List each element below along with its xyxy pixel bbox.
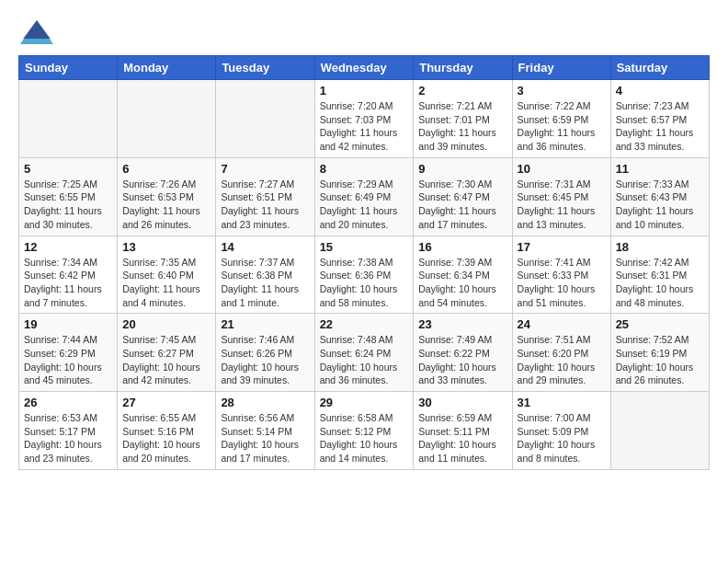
calendar-week-row: 19Sunrise: 7:44 AM Sunset: 6:29 PM Dayli… <box>19 314 710 392</box>
calendar-cell <box>610 392 709 470</box>
day-info: Sunrise: 7:42 AM Sunset: 6:31 PM Dayligh… <box>616 256 704 310</box>
calendar-cell: 22Sunrise: 7:48 AM Sunset: 6:24 PM Dayli… <box>314 314 414 392</box>
calendar-cell: 23Sunrise: 7:49 AM Sunset: 6:22 PM Dayli… <box>414 314 512 392</box>
page-header <box>18 18 710 46</box>
calendar-cell: 20Sunrise: 7:45 AM Sunset: 6:27 PM Dayli… <box>118 314 216 392</box>
day-info: Sunrise: 7:25 AM Sunset: 6:55 PM Dayligh… <box>24 178 112 232</box>
day-number: 12 <box>24 240 112 254</box>
day-number: 23 <box>418 317 506 331</box>
day-info: Sunrise: 6:59 AM Sunset: 5:11 PM Dayligh… <box>418 411 506 465</box>
calendar-cell: 7Sunrise: 7:27 AM Sunset: 6:51 PM Daylig… <box>216 157 314 236</box>
logo <box>18 18 59 46</box>
logo-icon <box>18 18 55 46</box>
day-info: Sunrise: 7:00 AM Sunset: 5:09 PM Dayligh… <box>518 411 606 465</box>
day-info: Sunrise: 7:48 AM Sunset: 6:24 PM Dayligh… <box>320 333 409 387</box>
calendar-cell: 21Sunrise: 7:46 AM Sunset: 6:26 PM Dayli… <box>216 314 314 392</box>
day-number: 13 <box>122 240 210 254</box>
calendar-cell: 9Sunrise: 7:30 AM Sunset: 6:47 PM Daylig… <box>414 157 512 236</box>
weekday-header-tuesday: Tuesday <box>216 56 314 80</box>
calendar-cell: 6Sunrise: 7:26 AM Sunset: 6:53 PM Daylig… <box>118 157 216 236</box>
calendar-cell: 26Sunrise: 6:53 AM Sunset: 5:17 PM Dayli… <box>19 392 118 470</box>
weekday-header-monday: Monday <box>118 56 216 80</box>
calendar-week-row: 12Sunrise: 7:34 AM Sunset: 6:42 PM Dayli… <box>19 236 710 314</box>
calendar-cell: 18Sunrise: 7:42 AM Sunset: 6:31 PM Dayli… <box>610 236 709 314</box>
calendar-cell: 14Sunrise: 7:37 AM Sunset: 6:38 PM Dayli… <box>216 236 314 314</box>
day-info: Sunrise: 7:52 AM Sunset: 6:19 PM Dayligh… <box>616 333 704 387</box>
day-number: 4 <box>616 84 704 98</box>
day-number: 20 <box>122 317 210 331</box>
calendar-cell: 13Sunrise: 7:35 AM Sunset: 6:40 PM Dayli… <box>118 236 216 314</box>
day-number: 5 <box>24 162 112 176</box>
day-number: 29 <box>320 396 409 409</box>
calendar-cell: 10Sunrise: 7:31 AM Sunset: 6:45 PM Dayli… <box>512 157 610 236</box>
day-info: Sunrise: 6:53 AM Sunset: 5:17 PM Dayligh… <box>24 411 112 465</box>
day-number: 16 <box>418 240 506 254</box>
calendar-cell: 12Sunrise: 7:34 AM Sunset: 6:42 PM Dayli… <box>19 236 118 314</box>
day-number: 8 <box>320 162 409 176</box>
day-number: 2 <box>418 84 506 98</box>
weekday-header-thursday: Thursday <box>414 56 512 80</box>
day-number: 18 <box>616 240 704 254</box>
calendar-cell: 5Sunrise: 7:25 AM Sunset: 6:55 PM Daylig… <box>19 157 118 236</box>
calendar-cell: 1Sunrise: 7:20 AM Sunset: 7:03 PM Daylig… <box>314 80 414 158</box>
weekday-header-saturday: Saturday <box>610 56 709 80</box>
day-info: Sunrise: 7:26 AM Sunset: 6:53 PM Dayligh… <box>122 178 210 232</box>
day-info: Sunrise: 7:23 AM Sunset: 6:57 PM Dayligh… <box>616 99 704 154</box>
day-info: Sunrise: 6:55 AM Sunset: 5:16 PM Dayligh… <box>122 411 210 465</box>
calendar-cell: 28Sunrise: 6:56 AM Sunset: 5:14 PM Dayli… <box>216 392 314 470</box>
day-number: 3 <box>518 84 606 98</box>
calendar-cell: 25Sunrise: 7:52 AM Sunset: 6:19 PM Dayli… <box>610 314 709 392</box>
calendar-cell: 15Sunrise: 7:38 AM Sunset: 6:36 PM Dayli… <box>314 236 414 314</box>
day-number: 6 <box>122 162 210 176</box>
day-info: Sunrise: 7:27 AM Sunset: 6:51 PM Dayligh… <box>221 178 309 232</box>
day-number: 7 <box>221 162 309 176</box>
day-info: Sunrise: 7:44 AM Sunset: 6:29 PM Dayligh… <box>24 333 112 387</box>
calendar-cell: 31Sunrise: 7:00 AM Sunset: 5:09 PM Dayli… <box>512 392 610 470</box>
calendar-cell: 27Sunrise: 6:55 AM Sunset: 5:16 PM Dayli… <box>118 392 216 470</box>
calendar-week-row: 1Sunrise: 7:20 AM Sunset: 7:03 PM Daylig… <box>19 80 710 158</box>
calendar-cell: 8Sunrise: 7:29 AM Sunset: 6:49 PM Daylig… <box>314 157 414 236</box>
calendar-cell: 24Sunrise: 7:51 AM Sunset: 6:20 PM Dayli… <box>512 314 610 392</box>
day-info: Sunrise: 7:45 AM Sunset: 6:27 PM Dayligh… <box>122 333 210 387</box>
day-number: 15 <box>320 240 409 254</box>
day-number: 24 <box>518 317 606 331</box>
day-info: Sunrise: 7:20 AM Sunset: 7:03 PM Dayligh… <box>320 99 409 154</box>
day-info: Sunrise: 7:51 AM Sunset: 6:20 PM Dayligh… <box>518 333 606 387</box>
day-info: Sunrise: 7:33 AM Sunset: 6:43 PM Dayligh… <box>616 178 704 232</box>
svg-marker-1 <box>23 20 51 39</box>
day-info: Sunrise: 7:22 AM Sunset: 6:59 PM Dayligh… <box>518 99 606 154</box>
day-info: Sunrise: 6:58 AM Sunset: 5:12 PM Dayligh… <box>320 411 409 465</box>
day-number: 21 <box>221 317 309 331</box>
day-number: 14 <box>221 240 309 254</box>
weekday-header-friday: Friday <box>512 56 610 80</box>
weekday-header-row: SundayMondayTuesdayWednesdayThursdayFrid… <box>19 56 710 80</box>
day-number: 19 <box>24 317 112 331</box>
day-info: Sunrise: 7:39 AM Sunset: 6:34 PM Dayligh… <box>418 256 506 310</box>
calendar-cell: 17Sunrise: 7:41 AM Sunset: 6:33 PM Dayli… <box>512 236 610 314</box>
calendar-week-row: 26Sunrise: 6:53 AM Sunset: 5:17 PM Dayli… <box>19 392 710 470</box>
calendar-cell: 19Sunrise: 7:44 AM Sunset: 6:29 PM Dayli… <box>19 314 118 392</box>
calendar-cell: 16Sunrise: 7:39 AM Sunset: 6:34 PM Dayli… <box>414 236 512 314</box>
calendar-cell: 2Sunrise: 7:21 AM Sunset: 7:01 PM Daylig… <box>414 80 512 158</box>
day-info: Sunrise: 7:34 AM Sunset: 6:42 PM Dayligh… <box>24 256 112 310</box>
calendar-cell <box>19 80 118 158</box>
day-number: 22 <box>320 317 409 331</box>
day-number: 9 <box>418 162 506 176</box>
day-number: 17 <box>518 240 606 254</box>
calendar-cell: 30Sunrise: 6:59 AM Sunset: 5:11 PM Dayli… <box>414 392 512 470</box>
calendar-cell <box>216 80 314 158</box>
day-number: 27 <box>122 396 210 409</box>
day-number: 28 <box>221 396 309 409</box>
day-info: Sunrise: 7:49 AM Sunset: 6:22 PM Dayligh… <box>418 333 506 387</box>
calendar-cell: 3Sunrise: 7:22 AM Sunset: 6:59 PM Daylig… <box>512 80 610 158</box>
calendar-week-row: 5Sunrise: 7:25 AM Sunset: 6:55 PM Daylig… <box>19 157 710 236</box>
day-info: Sunrise: 7:30 AM Sunset: 6:47 PM Dayligh… <box>418 178 506 232</box>
calendar-cell <box>118 80 216 158</box>
weekday-header-wednesday: Wednesday <box>314 56 414 80</box>
day-info: Sunrise: 7:37 AM Sunset: 6:38 PM Dayligh… <box>221 256 309 310</box>
day-info: Sunrise: 6:56 AM Sunset: 5:14 PM Dayligh… <box>221 411 309 465</box>
day-info: Sunrise: 7:46 AM Sunset: 6:26 PM Dayligh… <box>221 333 309 387</box>
day-number: 1 <box>320 84 409 98</box>
day-info: Sunrise: 7:41 AM Sunset: 6:33 PM Dayligh… <box>518 256 606 310</box>
calendar-cell: 11Sunrise: 7:33 AM Sunset: 6:43 PM Dayli… <box>610 157 709 236</box>
